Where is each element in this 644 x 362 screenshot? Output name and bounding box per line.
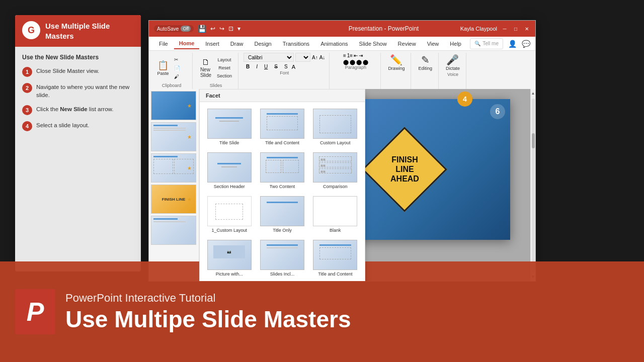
tab-slideshow[interactable]: Slide Show	[354, 39, 392, 49]
align-right-button[interactable]: ⬤	[356, 59, 362, 65]
layout-item-comparison[interactable]: ◼◼ ◼◼ ◼◼ Comparison	[310, 150, 361, 192]
italic-button[interactable]: I	[254, 63, 260, 70]
ppt-logo-letter: P	[27, 299, 44, 325]
save-icon[interactable]: 💾	[198, 25, 206, 33]
redo-icon[interactable]: ↪	[219, 25, 224, 32]
indent-more-button[interactable]: ⇥	[359, 53, 363, 58]
slides-btns: 🗋 NewSlide Layout Reset Section	[198, 53, 234, 83]
num-badge: 4	[457, 92, 472, 107]
bold-button[interactable]: B	[244, 63, 252, 70]
tab-file[interactable]: File	[154, 39, 173, 49]
font-group: Calibri 12 A↑ A↓ B I U S S A Font	[239, 53, 330, 89]
font-size-select[interactable]: 12	[295, 53, 310, 62]
customize-icon[interactable]: ⊡	[228, 25, 233, 32]
step-3-text: Click the New Slide list arrow.	[36, 105, 113, 113]
layout-item-custom[interactable]: Custom Layout	[310, 106, 361, 148]
layout-item-title-content2[interactable]: Title and Content	[310, 237, 361, 279]
copy-button[interactable]: 📄	[172, 64, 188, 72]
editing-group: ✎ Editing	[412, 53, 439, 89]
font-label: Font	[280, 70, 289, 76]
layout-button[interactable]: Layout	[215, 56, 234, 63]
font-increase-icon[interactable]: A↑	[312, 55, 318, 60]
font-color-button[interactable]: A	[292, 64, 295, 70]
tab-transitions[interactable]: Transitions	[278, 39, 314, 49]
tab-draw[interactable]: Draw	[225, 39, 249, 49]
share-icon[interactable]: 👤	[508, 40, 517, 48]
cut-button[interactable]: ✂	[172, 56, 188, 63]
layout-item-title-slide[interactable]: Title Slide	[204, 106, 255, 148]
align-center-button[interactable]: ⬤	[350, 59, 355, 65]
numbering-button[interactable]: 1≡	[347, 53, 353, 58]
autosave-toggle[interactable]: AutoSave Off	[154, 25, 194, 32]
tab-home[interactable]: Home	[174, 38, 200, 49]
tab-review[interactable]: Review	[393, 39, 421, 49]
layout-name-title-content: Title and Content	[265, 140, 299, 145]
layout-item-title-content[interactable]: Title and Content	[257, 106, 307, 148]
font-decrease-icon[interactable]: A↓	[319, 55, 326, 60]
layout-item-slides[interactable]: Slides Incl...	[257, 237, 307, 279]
slide-panel: 8 ★ 9 ★ 10	[149, 89, 199, 281]
drawing-button[interactable]: ✏️ Drawing	[386, 53, 407, 72]
scroll-up-arrow[interactable]: ▲	[530, 90, 535, 97]
layout-item-section[interactable]: Section Header	[204, 150, 255, 192]
ribbon-tabs: File Home Insert Draw Design Transitions…	[149, 37, 535, 51]
step-1-text: Close Slide Master view.	[36, 67, 99, 75]
comments-icon[interactable]: 💬	[522, 40, 530, 48]
section-button[interactable]: Section	[215, 72, 234, 79]
more-icon[interactable]: ▾	[237, 25, 240, 32]
drawing-group: ✏️ Drawing	[382, 53, 411, 89]
scrollbar-vertical[interactable]: ▲ ▼	[530, 89, 535, 281]
layout-name-slides: Slides Incl...	[270, 272, 295, 277]
new-slide-button[interactable]: 🗋 NewSlide	[198, 57, 214, 79]
indent-less-button[interactable]: ⇤	[354, 53, 358, 58]
layout-thumb-two-content	[260, 152, 304, 183]
underline-button[interactable]: U	[262, 63, 270, 70]
scroll-thumb[interactable]	[532, 133, 535, 148]
ribbon-content: 📋 Paste ✂ 📄 🖌 Clipboard 🗋 NewSlide L	[149, 51, 535, 89]
layout-thumb-comparison: ◼◼ ◼◼ ◼◼	[313, 152, 357, 183]
window-controls: ─ □ ✕	[501, 25, 530, 32]
slide-thumb-12[interactable]: 12	[151, 216, 196, 245]
close-button[interactable]: ✕	[523, 25, 530, 32]
title-right: Kayla Claypool ─ □ ✕	[460, 25, 530, 32]
tab-design[interactable]: Design	[249, 39, 276, 49]
justify-button[interactable]: ⬤	[363, 59, 368, 65]
layout-item-two-content[interactable]: Two Content	[257, 150, 307, 192]
layout-grid: Title Slide Title and Content Custo	[200, 102, 365, 281]
minimize-button[interactable]: ─	[501, 25, 508, 32]
tab-insert[interactable]: Insert	[200, 39, 224, 49]
bullets-button[interactable]: ≡	[343, 53, 346, 58]
paste-button[interactable]: 📋 Paste	[155, 59, 171, 77]
undo-icon[interactable]: ↩	[210, 25, 215, 32]
strikethrough-button[interactable]: S	[272, 63, 280, 70]
layout-item-1custom[interactable]: 1_Custom Layout	[204, 194, 255, 235]
search-box[interactable]: 🔍 Tell me	[470, 38, 503, 49]
font-select[interactable]: Calibri	[244, 53, 294, 62]
step-1-num: 1	[22, 67, 32, 77]
scroll-track	[532, 99, 535, 272]
dictate-button[interactable]: 🎤 Dictate	[444, 53, 462, 72]
tab-help[interactable]: Help	[445, 39, 466, 49]
step-3-num: 3	[22, 105, 32, 115]
layout-item-title-only[interactable]: Title Only	[257, 194, 307, 235]
format-painter-button[interactable]: 🖌	[172, 73, 188, 80]
layout-thumb-title-slide	[207, 109, 252, 139]
voice-group-label: Voice	[447, 72, 458, 78]
tab-view[interactable]: View	[422, 39, 444, 49]
layout-item-blank[interactable]: Blank	[310, 194, 361, 235]
editing-button[interactable]: ✎ Editing	[416, 53, 434, 72]
maximize-button[interactable]: □	[512, 25, 519, 32]
layout-thumb-blank	[313, 196, 357, 226]
layout-name-title-only: Title Only	[273, 228, 292, 233]
tab-animations[interactable]: Animations	[315, 39, 353, 49]
layout-item-picture[interactable]: 📷 Picture with...	[204, 237, 255, 279]
layout-thumb-1custom	[207, 196, 252, 226]
reset-button[interactable]: Reset	[215, 64, 234, 71]
step-2: 2 Navigate to where you want the new sli…	[22, 83, 134, 99]
clipboard-label: Clipboard	[162, 83, 182, 89]
bottom-subtitle: PowerPoint Interactive Tutorial	[65, 292, 351, 305]
new-slide-label: NewSlide	[200, 67, 211, 78]
shadow-button[interactable]: S	[282, 63, 290, 70]
align-left-button[interactable]: ⬤	[343, 59, 349, 65]
ppt-logo: P	[27, 299, 44, 325]
